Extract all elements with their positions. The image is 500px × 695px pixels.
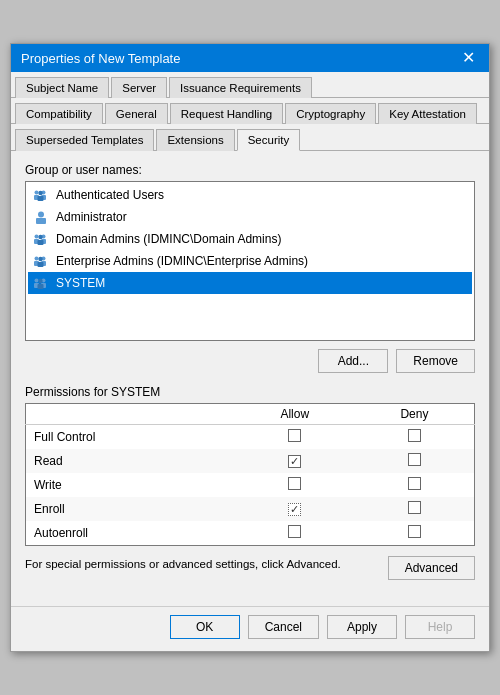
add-button[interactable]: Add... — [318, 349, 388, 373]
tab-extensions[interactable]: Extensions — [156, 129, 234, 151]
tab-row-3: Superseded Templates Extensions Security — [11, 124, 489, 151]
close-button[interactable]: ✕ — [458, 50, 479, 66]
svg-point-21 — [35, 279, 39, 283]
svg-point-9 — [35, 235, 39, 239]
svg-point-15 — [35, 257, 39, 261]
ok-button[interactable]: OK — [170, 615, 240, 639]
svg-point-5 — [38, 191, 42, 195]
permissions-table: Allow Deny Full ControlReadWriteEnrollAu… — [25, 403, 475, 546]
svg-point-25 — [38, 279, 42, 283]
advanced-button[interactable]: Advanced — [388, 556, 475, 580]
table-row: Enroll — [26, 497, 475, 521]
col-permission — [26, 404, 235, 425]
group-icon — [32, 186, 50, 204]
user-item-administrator[interactable]: Administrator — [28, 206, 472, 228]
user-item-authenticated-users[interactable]: Authenticated Users — [28, 184, 472, 206]
user-item-domain-admins[interactable]: Domain Admins (IDMINC\Domain Admins) — [28, 228, 472, 250]
user-label: Domain Admins (IDMINC\Domain Admins) — [56, 232, 281, 246]
permission-label: Read — [26, 449, 235, 473]
bottom-buttons: OK Cancel Apply Help — [11, 606, 489, 651]
permission-label: Full Control — [26, 425, 235, 450]
table-row: Autoenroll — [26, 521, 475, 546]
tab-row-1: Subject Name Server Issuance Requirement… — [11, 72, 489, 98]
table-row: Write — [26, 473, 475, 497]
group-label: Group or user names: — [25, 163, 475, 177]
svg-rect-12 — [38, 240, 44, 245]
col-deny: Deny — [355, 404, 475, 425]
permission-label: Enroll — [26, 497, 235, 521]
content-area: Group or user names: Authenticated Users… — [11, 151, 489, 606]
user-label: SYSTEM — [56, 276, 105, 290]
col-allow: Allow — [235, 404, 355, 425]
svg-point-7 — [38, 212, 44, 218]
title-bar: Properties of New Template ✕ — [11, 44, 489, 72]
allow-cell — [235, 449, 355, 473]
svg-point-19 — [38, 257, 42, 261]
tab-cryptography[interactable]: Cryptography — [285, 103, 376, 124]
allow-checkbox[interactable] — [288, 503, 301, 516]
allow-cell — [235, 473, 355, 497]
allow-checkbox[interactable] — [288, 525, 301, 538]
tab-subject-name[interactable]: Subject Name — [15, 77, 109, 98]
deny-checkbox[interactable] — [408, 501, 421, 514]
deny-cell — [355, 473, 475, 497]
dialog-title: Properties of New Template — [21, 51, 180, 66]
deny-cell — [355, 497, 475, 521]
svg-rect-6 — [36, 218, 46, 224]
tab-request-handling[interactable]: Request Handling — [170, 103, 283, 124]
apply-button[interactable]: Apply — [327, 615, 397, 639]
permissions-header: Permissions for SYSTEM — [25, 385, 475, 399]
user-icon — [32, 208, 50, 226]
tab-compatibility[interactable]: Compatibility — [15, 103, 103, 124]
tab-server[interactable]: Server — [111, 77, 167, 98]
deny-cell — [355, 449, 475, 473]
table-row: Full Control — [26, 425, 475, 450]
deny-checkbox[interactable] — [408, 525, 421, 538]
group-icon — [32, 252, 50, 270]
deny-checkbox[interactable] — [408, 453, 421, 466]
allow-cell — [235, 497, 355, 521]
user-item-system[interactable]: SYSTEM — [28, 272, 472, 294]
tab-key-attestation[interactable]: Key Attestation — [378, 103, 477, 124]
user-buttons-row: Add... Remove — [25, 349, 475, 373]
allow-checkbox[interactable] — [288, 455, 301, 468]
tab-superseded-templates[interactable]: Superseded Templates — [15, 129, 154, 151]
svg-point-13 — [38, 235, 42, 239]
allow-cell — [235, 425, 355, 450]
tab-row-2: Compatibility General Request Handling C… — [11, 98, 489, 124]
user-label: Authenticated Users — [56, 188, 164, 202]
user-item-enterprise-admins[interactable]: Enterprise Admins (IDMINC\Enterprise Adm… — [28, 250, 472, 272]
allow-cell — [235, 521, 355, 546]
user-label: Administrator — [56, 210, 127, 224]
permission-label: Autoenroll — [26, 521, 235, 546]
deny-checkbox[interactable] — [408, 429, 421, 442]
group-icon — [32, 230, 50, 248]
svg-rect-18 — [38, 262, 44, 267]
svg-rect-24 — [38, 284, 44, 289]
table-row: Read — [26, 449, 475, 473]
svg-point-1 — [35, 191, 39, 195]
cancel-button[interactable]: Cancel — [248, 615, 319, 639]
remove-button[interactable]: Remove — [396, 349, 475, 373]
help-button[interactable]: Help — [405, 615, 475, 639]
permissions-section: Permissions for SYSTEM Allow Deny Full C… — [25, 385, 475, 546]
deny-cell — [355, 521, 475, 546]
tab-security[interactable]: Security — [237, 129, 301, 151]
advanced-text: For special permissions or advanced sett… — [25, 556, 378, 572]
advanced-row: For special permissions or advanced sett… — [25, 556, 475, 580]
group-icon — [32, 274, 50, 292]
users-list: Authenticated Users Administrator Domain… — [25, 181, 475, 341]
tab-issuance-requirements[interactable]: Issuance Requirements — [169, 77, 312, 98]
user-label: Enterprise Admins (IDMINC\Enterprise Adm… — [56, 254, 308, 268]
allow-checkbox[interactable] — [288, 429, 301, 442]
permission-label: Write — [26, 473, 235, 497]
dialog-window: Properties of New Template ✕ Subject Nam… — [10, 43, 490, 652]
allow-checkbox[interactable] — [288, 477, 301, 490]
deny-cell — [355, 425, 475, 450]
deny-checkbox[interactable] — [408, 477, 421, 490]
tab-general[interactable]: General — [105, 103, 168, 124]
svg-rect-4 — [38, 196, 44, 201]
